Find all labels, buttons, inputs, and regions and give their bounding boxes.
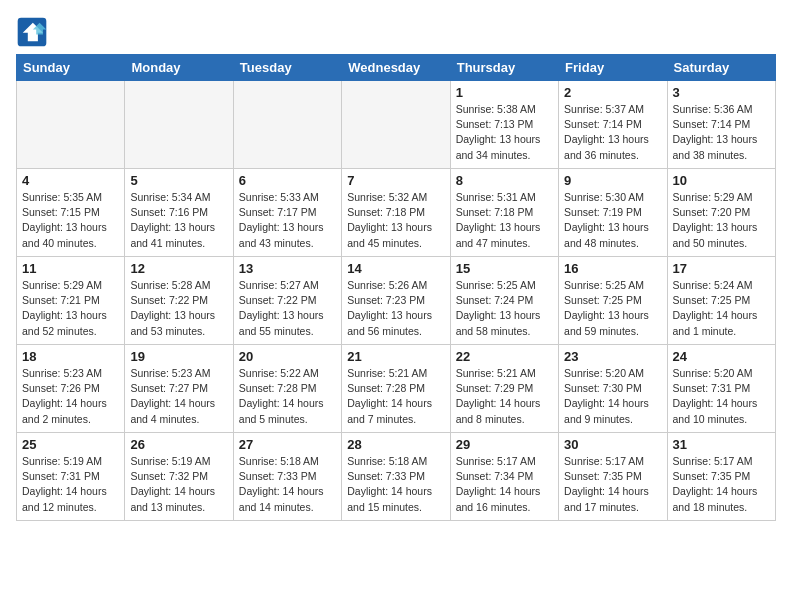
day-number: 25 (22, 437, 119, 452)
day-number: 18 (22, 349, 119, 364)
day-info: Sunrise: 5:25 AMSunset: 7:24 PMDaylight:… (456, 278, 553, 339)
day-cell: 20Sunrise: 5:22 AMSunset: 7:28 PMDayligh… (233, 345, 341, 433)
day-info: Sunrise: 5:31 AMSunset: 7:18 PMDaylight:… (456, 190, 553, 251)
day-info: Sunrise: 5:19 AMSunset: 7:31 PMDaylight:… (22, 454, 119, 515)
day-number: 8 (456, 173, 553, 188)
day-number: 27 (239, 437, 336, 452)
day-info: Sunrise: 5:37 AMSunset: 7:14 PMDaylight:… (564, 102, 661, 163)
weekday-header-monday: Monday (125, 55, 233, 81)
weekday-header-thursday: Thursday (450, 55, 558, 81)
day-info: Sunrise: 5:22 AMSunset: 7:28 PMDaylight:… (239, 366, 336, 427)
day-cell (342, 81, 450, 169)
day-number: 20 (239, 349, 336, 364)
day-number: 12 (130, 261, 227, 276)
day-number: 31 (673, 437, 770, 452)
day-number: 23 (564, 349, 661, 364)
day-cell: 4Sunrise: 5:35 AMSunset: 7:15 PMDaylight… (17, 169, 125, 257)
day-cell: 8Sunrise: 5:31 AMSunset: 7:18 PMDaylight… (450, 169, 558, 257)
day-cell: 5Sunrise: 5:34 AMSunset: 7:16 PMDaylight… (125, 169, 233, 257)
day-cell: 14Sunrise: 5:26 AMSunset: 7:23 PMDayligh… (342, 257, 450, 345)
day-cell: 18Sunrise: 5:23 AMSunset: 7:26 PMDayligh… (17, 345, 125, 433)
day-cell: 30Sunrise: 5:17 AMSunset: 7:35 PMDayligh… (559, 433, 667, 521)
day-number: 16 (564, 261, 661, 276)
day-number: 1 (456, 85, 553, 100)
day-number: 21 (347, 349, 444, 364)
day-number: 9 (564, 173, 661, 188)
day-cell: 31Sunrise: 5:17 AMSunset: 7:35 PMDayligh… (667, 433, 775, 521)
day-cell (17, 81, 125, 169)
day-cell: 13Sunrise: 5:27 AMSunset: 7:22 PMDayligh… (233, 257, 341, 345)
week-row-3: 11Sunrise: 5:29 AMSunset: 7:21 PMDayligh… (17, 257, 776, 345)
day-cell: 6Sunrise: 5:33 AMSunset: 7:17 PMDaylight… (233, 169, 341, 257)
day-number: 2 (564, 85, 661, 100)
day-cell: 25Sunrise: 5:19 AMSunset: 7:31 PMDayligh… (17, 433, 125, 521)
day-cell: 27Sunrise: 5:18 AMSunset: 7:33 PMDayligh… (233, 433, 341, 521)
day-cell: 11Sunrise: 5:29 AMSunset: 7:21 PMDayligh… (17, 257, 125, 345)
week-row-4: 18Sunrise: 5:23 AMSunset: 7:26 PMDayligh… (17, 345, 776, 433)
day-cell: 9Sunrise: 5:30 AMSunset: 7:19 PMDaylight… (559, 169, 667, 257)
day-number: 19 (130, 349, 227, 364)
day-number: 24 (673, 349, 770, 364)
day-info: Sunrise: 5:24 AMSunset: 7:25 PMDaylight:… (673, 278, 770, 339)
day-info: Sunrise: 5:34 AMSunset: 7:16 PMDaylight:… (130, 190, 227, 251)
day-cell: 21Sunrise: 5:21 AMSunset: 7:28 PMDayligh… (342, 345, 450, 433)
day-number: 13 (239, 261, 336, 276)
day-cell: 7Sunrise: 5:32 AMSunset: 7:18 PMDaylight… (342, 169, 450, 257)
day-cell: 2Sunrise: 5:37 AMSunset: 7:14 PMDaylight… (559, 81, 667, 169)
day-info: Sunrise: 5:28 AMSunset: 7:22 PMDaylight:… (130, 278, 227, 339)
day-cell: 23Sunrise: 5:20 AMSunset: 7:30 PMDayligh… (559, 345, 667, 433)
day-info: Sunrise: 5:25 AMSunset: 7:25 PMDaylight:… (564, 278, 661, 339)
day-number: 28 (347, 437, 444, 452)
day-cell: 19Sunrise: 5:23 AMSunset: 7:27 PMDayligh… (125, 345, 233, 433)
day-number: 10 (673, 173, 770, 188)
day-cell: 12Sunrise: 5:28 AMSunset: 7:22 PMDayligh… (125, 257, 233, 345)
day-info: Sunrise: 5:32 AMSunset: 7:18 PMDaylight:… (347, 190, 444, 251)
day-info: Sunrise: 5:35 AMSunset: 7:15 PMDaylight:… (22, 190, 119, 251)
day-number: 29 (456, 437, 553, 452)
day-number: 22 (456, 349, 553, 364)
day-info: Sunrise: 5:27 AMSunset: 7:22 PMDaylight:… (239, 278, 336, 339)
day-info: Sunrise: 5:30 AMSunset: 7:19 PMDaylight:… (564, 190, 661, 251)
weekday-header-friday: Friday (559, 55, 667, 81)
day-info: Sunrise: 5:18 AMSunset: 7:33 PMDaylight:… (347, 454, 444, 515)
day-cell: 24Sunrise: 5:20 AMSunset: 7:31 PMDayligh… (667, 345, 775, 433)
day-cell: 16Sunrise: 5:25 AMSunset: 7:25 PMDayligh… (559, 257, 667, 345)
logo (16, 16, 52, 48)
day-info: Sunrise: 5:21 AMSunset: 7:28 PMDaylight:… (347, 366, 444, 427)
day-info: Sunrise: 5:38 AMSunset: 7:13 PMDaylight:… (456, 102, 553, 163)
day-cell (125, 81, 233, 169)
day-info: Sunrise: 5:33 AMSunset: 7:17 PMDaylight:… (239, 190, 336, 251)
day-info: Sunrise: 5:26 AMSunset: 7:23 PMDaylight:… (347, 278, 444, 339)
day-info: Sunrise: 5:20 AMSunset: 7:30 PMDaylight:… (564, 366, 661, 427)
day-info: Sunrise: 5:18 AMSunset: 7:33 PMDaylight:… (239, 454, 336, 515)
day-info: Sunrise: 5:19 AMSunset: 7:32 PMDaylight:… (130, 454, 227, 515)
day-cell: 1Sunrise: 5:38 AMSunset: 7:13 PMDaylight… (450, 81, 558, 169)
day-number: 15 (456, 261, 553, 276)
week-row-2: 4Sunrise: 5:35 AMSunset: 7:15 PMDaylight… (17, 169, 776, 257)
day-info: Sunrise: 5:23 AMSunset: 7:26 PMDaylight:… (22, 366, 119, 427)
day-cell: 26Sunrise: 5:19 AMSunset: 7:32 PMDayligh… (125, 433, 233, 521)
header-row (16, 16, 776, 48)
day-cell: 3Sunrise: 5:36 AMSunset: 7:14 PMDaylight… (667, 81, 775, 169)
day-info: Sunrise: 5:29 AMSunset: 7:21 PMDaylight:… (22, 278, 119, 339)
day-info: Sunrise: 5:29 AMSunset: 7:20 PMDaylight:… (673, 190, 770, 251)
weekday-header-sunday: Sunday (17, 55, 125, 81)
day-number: 6 (239, 173, 336, 188)
day-number: 3 (673, 85, 770, 100)
calendar-container: SundayMondayTuesdayWednesdayThursdayFrid… (0, 0, 792, 531)
weekday-header-saturday: Saturday (667, 55, 775, 81)
week-row-5: 25Sunrise: 5:19 AMSunset: 7:31 PMDayligh… (17, 433, 776, 521)
day-info: Sunrise: 5:21 AMSunset: 7:29 PMDaylight:… (456, 366, 553, 427)
day-info: Sunrise: 5:17 AMSunset: 7:34 PMDaylight:… (456, 454, 553, 515)
day-info: Sunrise: 5:17 AMSunset: 7:35 PMDaylight:… (673, 454, 770, 515)
day-number: 30 (564, 437, 661, 452)
logo-icon (16, 16, 48, 48)
day-info: Sunrise: 5:36 AMSunset: 7:14 PMDaylight:… (673, 102, 770, 163)
day-number: 14 (347, 261, 444, 276)
day-info: Sunrise: 5:23 AMSunset: 7:27 PMDaylight:… (130, 366, 227, 427)
day-cell: 15Sunrise: 5:25 AMSunset: 7:24 PMDayligh… (450, 257, 558, 345)
day-number: 5 (130, 173, 227, 188)
weekday-header-tuesday: Tuesday (233, 55, 341, 81)
day-cell: 22Sunrise: 5:21 AMSunset: 7:29 PMDayligh… (450, 345, 558, 433)
day-cell: 29Sunrise: 5:17 AMSunset: 7:34 PMDayligh… (450, 433, 558, 521)
